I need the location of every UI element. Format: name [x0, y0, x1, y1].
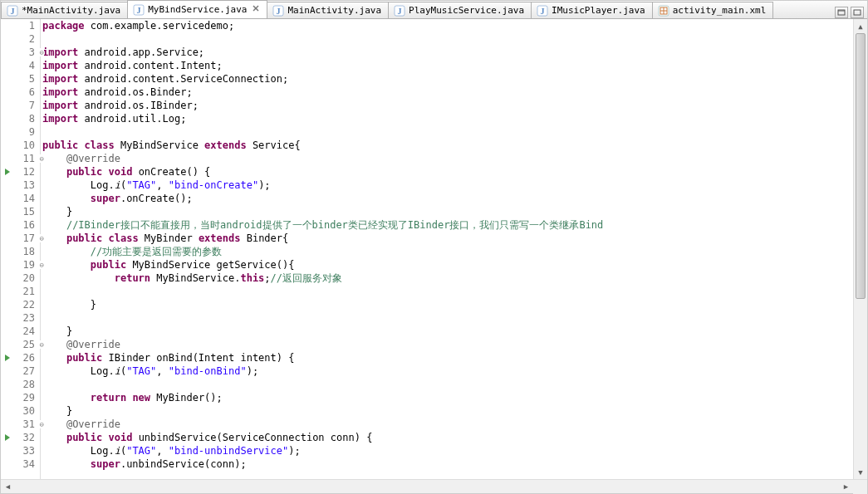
- override-marker-icon[interactable]: [2, 355, 12, 361]
- code-line[interactable]: super.unbindService(conn);: [42, 457, 853, 471]
- override-marker-icon[interactable]: [2, 434, 12, 441]
- code-line[interactable]: Log.i("TAG", "bind-unbindService");: [42, 444, 853, 457]
- gutter-line[interactable]: 24: [1, 325, 40, 338]
- code-line[interactable]: @Override: [42, 152, 853, 165]
- gutter-line[interactable]: 10: [1, 139, 40, 152]
- gutter-line[interactable]: 23: [1, 311, 40, 325]
- gutter[interactable]: 123⊖4567891011⊖121314151617⊖1819⊖2021222…: [1, 19, 41, 479]
- code-line[interactable]: public void onCreate() {: [42, 165, 853, 179]
- gutter-line[interactable]: 13: [1, 179, 40, 192]
- gutter-line[interactable]: 27: [1, 364, 40, 378]
- scroll-up-arrow[interactable]: ▲: [854, 19, 867, 33]
- gutter-line[interactable]: 9: [1, 125, 40, 139]
- minimize-button[interactable]: [835, 7, 848, 18]
- maximize-button[interactable]: [851, 7, 864, 18]
- gutter-line[interactable]: 6: [1, 86, 40, 99]
- scroll-track-h[interactable]: [15, 480, 839, 493]
- fold-toggle-icon[interactable]: ⊖: [40, 234, 44, 242]
- code-line[interactable]: [42, 125, 853, 139]
- code-line[interactable]: //功能主要是返回需要的参数: [42, 245, 853, 258]
- svg-rect-18: [854, 10, 861, 15]
- gutter-line[interactable]: 1: [1, 19, 40, 32]
- tab--mainactivity-java[interactable]: J*MainActivity.java: [1, 2, 128, 18]
- code-line[interactable]: return new MyBinder();: [42, 391, 853, 404]
- code-line[interactable]: public MyBindService getService(){: [42, 258, 853, 271]
- gutter-line[interactable]: 25⊖: [1, 338, 40, 351]
- code-line[interactable]: @Override: [42, 338, 853, 351]
- tab-activity-main-xml[interactable]: activity_main.xml: [652, 2, 774, 18]
- gutter-line[interactable]: 33: [1, 444, 40, 457]
- gutter-line[interactable]: 14: [1, 192, 40, 205]
- override-marker-icon[interactable]: [2, 169, 12, 175]
- scroll-thumb-v[interactable]: [856, 33, 866, 299]
- gutter-line[interactable]: 26: [1, 351, 40, 364]
- gutter-line[interactable]: 5: [1, 72, 40, 86]
- code-line[interactable]: [42, 378, 853, 391]
- code-line[interactable]: Log.i("TAG", "bind-onBind");: [42, 364, 853, 378]
- close-icon[interactable]: [252, 4, 260, 15]
- code-line[interactable]: }: [42, 404, 853, 418]
- gutter-line[interactable]: 17⊖: [1, 232, 40, 245]
- code-line[interactable]: import android.os.Binder;: [42, 86, 853, 99]
- tab-mainactivity-java[interactable]: JMainActivity.java: [267, 2, 389, 18]
- gutter-line[interactable]: 34: [1, 457, 40, 471]
- code-line[interactable]: import android.content.Intent;: [42, 59, 853, 72]
- code-line[interactable]: import android.util.Log;: [42, 112, 853, 125]
- code-line[interactable]: import android.app.Service;: [42, 46, 853, 59]
- code-line[interactable]: Log.i("TAG", "bind-onCreate");: [42, 179, 853, 192]
- gutter-line[interactable]: 19⊖: [1, 258, 40, 271]
- code-line[interactable]: @Override: [42, 418, 853, 431]
- gutter-line[interactable]: 7: [1, 99, 40, 112]
- code-line[interactable]: }: [42, 325, 853, 338]
- java-file-icon: J: [272, 5, 284, 17]
- gutter-line[interactable]: 21: [1, 285, 40, 298]
- scroll-right-arrow[interactable]: ▶: [839, 480, 853, 493]
- code-line[interactable]: [42, 311, 853, 325]
- gutter-line[interactable]: 20: [1, 271, 40, 285]
- code-line[interactable]: super.onCreate();: [42, 192, 853, 205]
- gutter-line[interactable]: 31⊖: [1, 418, 40, 431]
- gutter-line[interactable]: 16: [1, 218, 40, 232]
- code-line[interactable]: public void unbindService(ServiceConnect…: [42, 431, 853, 444]
- tab-imusicplayer-java[interactable]: JIMusicPlayer.java: [531, 2, 653, 18]
- code-line[interactable]: public IBinder onBind(Intent intent) {: [42, 351, 853, 364]
- code-line[interactable]: public class MyBinder extends Binder{: [42, 232, 853, 245]
- code-line[interactable]: }: [42, 298, 853, 311]
- fold-toggle-icon[interactable]: ⊖: [40, 154, 44, 163]
- gutter-line[interactable]: 32: [1, 431, 40, 444]
- editor-container: J*MainActivity.javaJMyBindService.javaJM…: [0, 0, 868, 494]
- gutter-line[interactable]: 15: [1, 205, 40, 218]
- gutter-line[interactable]: 12: [1, 165, 40, 179]
- fold-toggle-icon[interactable]: ⊖: [40, 48, 44, 56]
- code-line[interactable]: }: [42, 205, 853, 218]
- gutter-line[interactable]: 8: [1, 112, 40, 125]
- code-line[interactable]: public class MyBindService extends Servi…: [42, 139, 853, 152]
- code-line[interactable]: //IBinder接口不能直接用，当时android提供了一个binder类已经…: [42, 218, 853, 232]
- code-line[interactable]: [42, 32, 853, 46]
- svg-text:J: J: [541, 7, 545, 16]
- fold-toggle-icon[interactable]: ⊖: [40, 261, 44, 269]
- code-line[interactable]: return MyBindService.this;//返回服务对象: [42, 271, 853, 285]
- gutter-line[interactable]: 4: [1, 59, 40, 72]
- gutter-line[interactable]: 18: [1, 245, 40, 258]
- code-line[interactable]: [42, 285, 853, 298]
- gutter-line[interactable]: 2: [1, 32, 40, 46]
- gutter-line[interactable]: 3⊖: [1, 46, 40, 59]
- fold-toggle-icon[interactable]: ⊖: [40, 340, 44, 349]
- tab-playmusicservice-java[interactable]: JPlayMusicService.java: [388, 2, 532, 18]
- gutter-line[interactable]: 29: [1, 391, 40, 404]
- code-area[interactable]: package com.example.servicedemo;import a…: [41, 19, 853, 479]
- tab-mybindservice-java[interactable]: JMyBindService.java: [127, 0, 267, 18]
- vertical-scrollbar[interactable]: ▲ ▼: [853, 19, 867, 479]
- code-line[interactable]: import android.content.ServiceConnection…: [42, 72, 853, 86]
- fold-toggle-icon[interactable]: ⊖: [40, 420, 44, 428]
- gutter-line[interactable]: 22: [1, 298, 40, 311]
- gutter-line[interactable]: 11⊖: [1, 152, 40, 165]
- code-line[interactable]: package com.example.servicedemo;: [42, 19, 853, 32]
- gutter-line[interactable]: 28: [1, 378, 40, 391]
- horizontal-scrollbar[interactable]: ◀ ▶: [1, 479, 867, 493]
- code-line[interactable]: import android.os.IBinder;: [42, 99, 853, 112]
- scroll-left-arrow[interactable]: ◀: [1, 480, 15, 493]
- scroll-down-arrow[interactable]: ▼: [854, 465, 867, 479]
- gutter-line[interactable]: 30: [1, 404, 40, 418]
